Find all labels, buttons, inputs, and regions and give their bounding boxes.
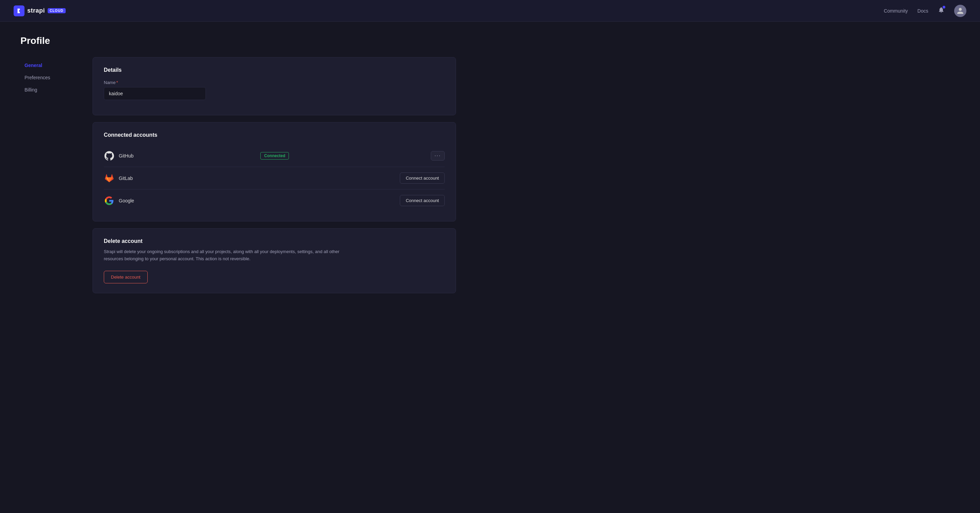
main-content: Details Name* Connected accounts xyxy=(92,57,456,293)
google-name: Google xyxy=(119,198,400,203)
gitlab-name: GitLab xyxy=(119,176,400,181)
required-star: * xyxy=(116,80,118,85)
github-name: GitHub xyxy=(119,153,260,159)
layout: General Preferences Billing Details Name… xyxy=(21,57,456,293)
github-more-button[interactable]: ··· xyxy=(431,151,445,160)
sidebar: General Preferences Billing xyxy=(21,57,82,293)
notification-bell[interactable] xyxy=(938,6,945,15)
docs-link[interactable]: Docs xyxy=(917,8,928,14)
navbar-left: strapi CLOUD xyxy=(14,5,66,16)
name-form-group: Name* xyxy=(104,80,445,100)
navbar-right: Community Docs xyxy=(884,5,966,17)
account-row-gitlab: GitLab Connect account xyxy=(104,167,445,189)
delete-account-title: Delete account xyxy=(104,238,445,244)
strapi-logo-text: strapi xyxy=(27,7,45,14)
details-card: Details Name* xyxy=(92,57,456,115)
connected-accounts-title: Connected accounts xyxy=(104,132,445,138)
name-input[interactable] xyxy=(104,87,206,100)
github-icon xyxy=(104,150,115,161)
account-row-github: GitHub Connected ··· xyxy=(104,145,445,167)
gitlab-icon xyxy=(104,173,115,184)
avatar[interactable] xyxy=(954,5,966,17)
connected-accounts-card: Connected accounts GitHub Connected ··· xyxy=(92,122,456,221)
github-connected-badge: Connected xyxy=(260,152,289,160)
gitlab-connect-button[interactable]: Connect account xyxy=(400,173,445,184)
account-row-google: Google Connect account xyxy=(104,189,445,211)
page: Profile General Preferences Billing Deta… xyxy=(0,22,476,307)
delete-account-button[interactable]: Delete account xyxy=(104,271,148,283)
navbar: strapi CLOUD Community Docs xyxy=(0,0,980,22)
page-title: Profile xyxy=(21,35,456,46)
cloud-badge: CLOUD xyxy=(48,8,66,13)
name-label: Name* xyxy=(104,80,445,85)
strapi-logo-icon xyxy=(14,5,24,16)
community-link[interactable]: Community xyxy=(884,8,908,14)
google-icon xyxy=(104,195,115,206)
details-title: Details xyxy=(104,67,445,73)
sidebar-item-preferences[interactable]: Preferences xyxy=(21,72,82,83)
sidebar-item-billing[interactable]: Billing xyxy=(21,84,82,95)
delete-account-description: Strapi will delete your ongoing subscrip… xyxy=(104,248,342,263)
delete-account-card: Delete account Strapi will delete your o… xyxy=(92,228,456,293)
sidebar-item-general[interactable]: General xyxy=(21,60,82,71)
strapi-logo: strapi CLOUD xyxy=(14,5,66,16)
notification-dot xyxy=(943,6,945,8)
google-connect-button[interactable]: Connect account xyxy=(400,195,445,206)
